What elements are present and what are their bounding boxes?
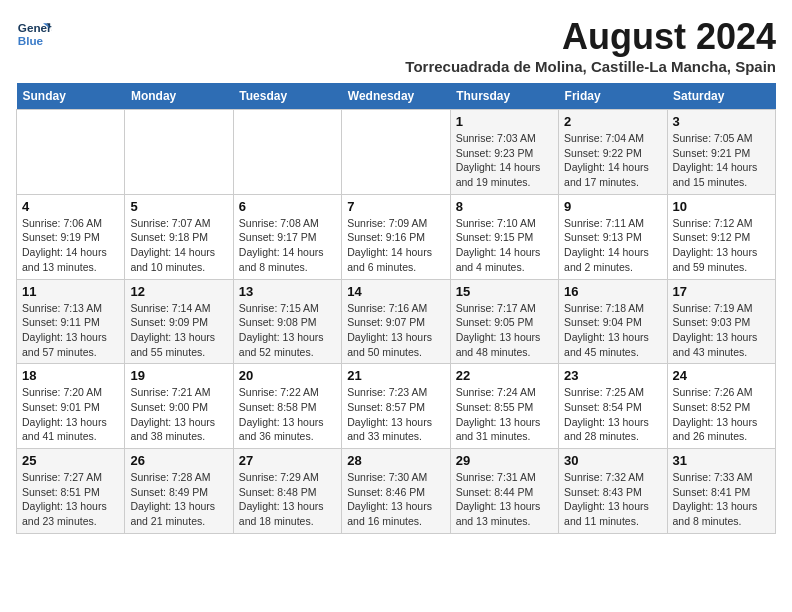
day-info: Sunrise: 7:26 AM Sunset: 8:52 PM Dayligh… [673,385,770,444]
day-number: 3 [673,114,770,129]
day-info: Sunrise: 7:22 AM Sunset: 8:58 PM Dayligh… [239,385,336,444]
calendar-cell: 27Sunrise: 7:29 AM Sunset: 8:48 PM Dayli… [233,449,341,534]
subtitle: Torrecuadrada de Molina, Castille-La Man… [405,58,776,75]
calendar-week-row: 11Sunrise: 7:13 AM Sunset: 9:11 PM Dayli… [17,279,776,364]
weekday-header-sunday: Sunday [17,83,125,110]
day-number: 23 [564,368,661,383]
page-header: General Blue August 2024 Torrecuadrada d… [16,16,776,75]
calendar-cell: 22Sunrise: 7:24 AM Sunset: 8:55 PM Dayli… [450,364,558,449]
calendar-cell: 19Sunrise: 7:21 AM Sunset: 9:00 PM Dayli… [125,364,233,449]
calendar-cell: 23Sunrise: 7:25 AM Sunset: 8:54 PM Dayli… [559,364,667,449]
day-number: 7 [347,199,444,214]
calendar-cell: 13Sunrise: 7:15 AM Sunset: 9:08 PM Dayli… [233,279,341,364]
day-info: Sunrise: 7:30 AM Sunset: 8:46 PM Dayligh… [347,470,444,529]
calendar-cell: 18Sunrise: 7:20 AM Sunset: 9:01 PM Dayli… [17,364,125,449]
day-number: 8 [456,199,553,214]
day-info: Sunrise: 7:21 AM Sunset: 9:00 PM Dayligh… [130,385,227,444]
day-info: Sunrise: 7:07 AM Sunset: 9:18 PM Dayligh… [130,216,227,275]
svg-text:General: General [18,21,52,34]
calendar-cell: 15Sunrise: 7:17 AM Sunset: 9:05 PM Dayli… [450,279,558,364]
day-info: Sunrise: 7:14 AM Sunset: 9:09 PM Dayligh… [130,301,227,360]
calendar-cell: 20Sunrise: 7:22 AM Sunset: 8:58 PM Dayli… [233,364,341,449]
calendar-cell: 30Sunrise: 7:32 AM Sunset: 8:43 PM Dayli… [559,449,667,534]
calendar-cell: 25Sunrise: 7:27 AM Sunset: 8:51 PM Dayli… [17,449,125,534]
calendar-cell: 1Sunrise: 7:03 AM Sunset: 9:23 PM Daylig… [450,110,558,195]
day-info: Sunrise: 7:10 AM Sunset: 9:15 PM Dayligh… [456,216,553,275]
day-info: Sunrise: 7:28 AM Sunset: 8:49 PM Dayligh… [130,470,227,529]
calendar-cell: 26Sunrise: 7:28 AM Sunset: 8:49 PM Dayli… [125,449,233,534]
day-info: Sunrise: 7:15 AM Sunset: 9:08 PM Dayligh… [239,301,336,360]
title-block: August 2024 Torrecuadrada de Molina, Cas… [405,16,776,75]
calendar-cell: 6Sunrise: 7:08 AM Sunset: 9:17 PM Daylig… [233,194,341,279]
weekday-header-saturday: Saturday [667,83,775,110]
day-number: 15 [456,284,553,299]
weekday-header-tuesday: Tuesday [233,83,341,110]
calendar-cell: 16Sunrise: 7:18 AM Sunset: 9:04 PM Dayli… [559,279,667,364]
day-info: Sunrise: 7:32 AM Sunset: 8:43 PM Dayligh… [564,470,661,529]
day-number: 31 [673,453,770,468]
day-info: Sunrise: 7:29 AM Sunset: 8:48 PM Dayligh… [239,470,336,529]
calendar-cell: 24Sunrise: 7:26 AM Sunset: 8:52 PM Dayli… [667,364,775,449]
calendar-week-row: 1Sunrise: 7:03 AM Sunset: 9:23 PM Daylig… [17,110,776,195]
calendar-cell: 21Sunrise: 7:23 AM Sunset: 8:57 PM Dayli… [342,364,450,449]
main-title: August 2024 [405,16,776,58]
calendar-cell: 3Sunrise: 7:05 AM Sunset: 9:21 PM Daylig… [667,110,775,195]
weekday-header-wednesday: Wednesday [342,83,450,110]
day-info: Sunrise: 7:20 AM Sunset: 9:01 PM Dayligh… [22,385,119,444]
day-number: 17 [673,284,770,299]
calendar-cell [233,110,341,195]
calendar-cell: 29Sunrise: 7:31 AM Sunset: 8:44 PM Dayli… [450,449,558,534]
day-number: 12 [130,284,227,299]
day-number: 11 [22,284,119,299]
day-number: 10 [673,199,770,214]
svg-text:Blue: Blue [18,34,44,47]
logo: General Blue [16,16,52,52]
calendar-cell [125,110,233,195]
day-number: 19 [130,368,227,383]
day-info: Sunrise: 7:03 AM Sunset: 9:23 PM Dayligh… [456,131,553,190]
day-info: Sunrise: 7:05 AM Sunset: 9:21 PM Dayligh… [673,131,770,190]
calendar-cell: 2Sunrise: 7:04 AM Sunset: 9:22 PM Daylig… [559,110,667,195]
day-info: Sunrise: 7:18 AM Sunset: 9:04 PM Dayligh… [564,301,661,360]
day-info: Sunrise: 7:17 AM Sunset: 9:05 PM Dayligh… [456,301,553,360]
day-number: 16 [564,284,661,299]
day-info: Sunrise: 7:24 AM Sunset: 8:55 PM Dayligh… [456,385,553,444]
calendar-week-row: 4Sunrise: 7:06 AM Sunset: 9:19 PM Daylig… [17,194,776,279]
day-info: Sunrise: 7:13 AM Sunset: 9:11 PM Dayligh… [22,301,119,360]
day-info: Sunrise: 7:33 AM Sunset: 8:41 PM Dayligh… [673,470,770,529]
calendar-cell: 8Sunrise: 7:10 AM Sunset: 9:15 PM Daylig… [450,194,558,279]
calendar-cell: 4Sunrise: 7:06 AM Sunset: 9:19 PM Daylig… [17,194,125,279]
day-info: Sunrise: 7:31 AM Sunset: 8:44 PM Dayligh… [456,470,553,529]
calendar-week-row: 18Sunrise: 7:20 AM Sunset: 9:01 PM Dayli… [17,364,776,449]
day-number: 13 [239,284,336,299]
day-info: Sunrise: 7:04 AM Sunset: 9:22 PM Dayligh… [564,131,661,190]
day-info: Sunrise: 7:11 AM Sunset: 9:13 PM Dayligh… [564,216,661,275]
calendar-cell: 28Sunrise: 7:30 AM Sunset: 8:46 PM Dayli… [342,449,450,534]
day-info: Sunrise: 7:08 AM Sunset: 9:17 PM Dayligh… [239,216,336,275]
day-number: 29 [456,453,553,468]
calendar-cell: 31Sunrise: 7:33 AM Sunset: 8:41 PM Dayli… [667,449,775,534]
calendar-cell [17,110,125,195]
day-number: 14 [347,284,444,299]
day-number: 2 [564,114,661,129]
day-number: 4 [22,199,119,214]
day-number: 26 [130,453,227,468]
day-info: Sunrise: 7:25 AM Sunset: 8:54 PM Dayligh… [564,385,661,444]
day-number: 21 [347,368,444,383]
weekday-header-monday: Monday [125,83,233,110]
day-number: 1 [456,114,553,129]
logo-icon: General Blue [16,16,52,52]
calendar-table: SundayMondayTuesdayWednesdayThursdayFrid… [16,83,776,534]
day-number: 27 [239,453,336,468]
calendar-cell: 12Sunrise: 7:14 AM Sunset: 9:09 PM Dayli… [125,279,233,364]
day-info: Sunrise: 7:23 AM Sunset: 8:57 PM Dayligh… [347,385,444,444]
weekday-header-row: SundayMondayTuesdayWednesdayThursdayFrid… [17,83,776,110]
day-info: Sunrise: 7:19 AM Sunset: 9:03 PM Dayligh… [673,301,770,360]
day-number: 25 [22,453,119,468]
calendar-cell: 17Sunrise: 7:19 AM Sunset: 9:03 PM Dayli… [667,279,775,364]
day-info: Sunrise: 7:06 AM Sunset: 9:19 PM Dayligh… [22,216,119,275]
day-number: 6 [239,199,336,214]
calendar-cell: 11Sunrise: 7:13 AM Sunset: 9:11 PM Dayli… [17,279,125,364]
day-info: Sunrise: 7:09 AM Sunset: 9:16 PM Dayligh… [347,216,444,275]
calendar-cell: 5Sunrise: 7:07 AM Sunset: 9:18 PM Daylig… [125,194,233,279]
